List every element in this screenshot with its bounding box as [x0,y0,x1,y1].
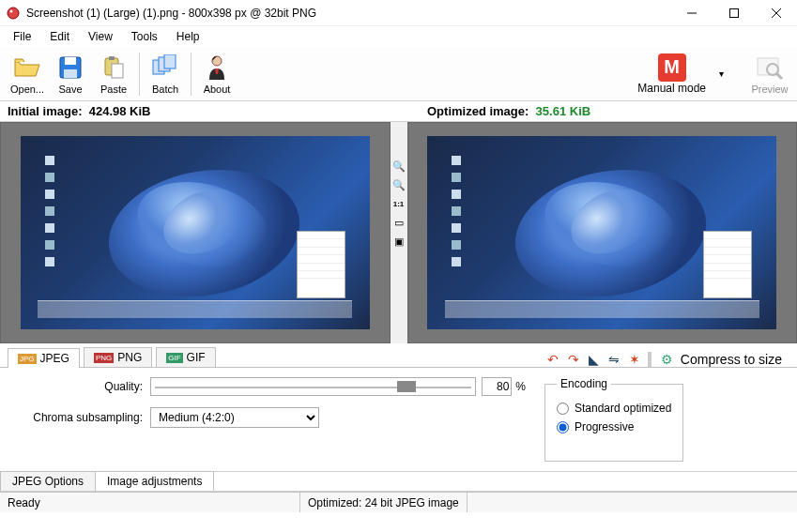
tab-gif[interactable]: GIF GIF [156,347,215,367]
fit-screen-button[interactable]: ▣ [392,235,406,248]
person-icon [203,53,231,82]
paste-button[interactable]: Paste [92,52,135,97]
menu-tools[interactable]: Tools [122,28,167,45]
initial-image-view[interactable] [0,122,391,343]
svg-rect-3 [729,8,738,17]
quality-slider[interactable] [150,377,476,396]
minimize-button[interactable] [670,0,713,26]
svg-rect-8 [64,69,77,78]
menu-file[interactable]: File [4,28,40,45]
svg-point-0 [8,8,19,19]
gif-icon: GIF [166,353,182,363]
open-button[interactable]: Open... [6,52,49,97]
manual-mode-icon: M [658,53,686,82]
initial-image-label: Initial image: [8,104,82,118]
svg-line-18 [776,73,782,79]
fit-width-button[interactable]: ▭ [392,216,406,229]
svg-rect-10 [109,56,115,60]
encoding-group: Encoding Standard optimized Progressive [544,377,683,462]
batch-icon [151,53,179,82]
floppy-disk-icon [56,53,84,82]
redo-button[interactable]: ↷ [566,352,581,367]
zoom-in-button[interactable]: 🔍 [392,160,406,173]
folder-open-icon [13,53,41,82]
optimized-image-size: 35.61 KiB [536,104,591,118]
menu-help[interactable]: Help [167,28,209,45]
undo-button[interactable]: ↶ [545,352,560,367]
compress-to-size-button[interactable]: ⚙ Compress to size [657,352,786,367]
chroma-select[interactable]: Medium (4:2:0) [150,407,319,428]
jpeg-icon: JPG [18,354,37,364]
quality-input[interactable] [482,377,512,396]
save-button[interactable]: Save [49,52,92,97]
magnifier-icon [756,53,784,82]
about-button[interactable]: About [195,52,238,97]
tab-png[interactable]: PNG PNG [84,347,152,367]
bottom-tab-jpeg-options[interactable]: JPEG Options [0,471,96,491]
close-button[interactable] [755,0,797,26]
menu-view[interactable]: View [79,28,122,45]
initial-image-size: 424.98 KiB [89,104,151,118]
optimized-image-view[interactable] [407,122,798,343]
maximize-button[interactable] [713,0,755,26]
clipboard-paste-icon [100,53,128,82]
bottom-tab-image-adjustments[interactable]: Image adjustments [95,471,214,491]
status-ready: Ready [0,493,300,512]
optimized-image-label: Optimized image: [427,104,529,118]
app-icon [6,6,21,21]
mode-button[interactable]: M Manual mode [634,52,710,97]
zoom-1to1-button[interactable]: 1:1 [392,197,406,210]
chroma-label: Chroma subsampling: [19,411,150,424]
zoom-tools: 🔍 🔍 1:1 ▭ ▣ [391,122,407,343]
svg-rect-7 [65,57,76,65]
svg-rect-14 [164,54,176,68]
menu-edit[interactable]: Edit [40,28,79,45]
png-icon: PNG [94,353,114,363]
tab-jpeg[interactable]: JPG JPEG [8,348,80,368]
flip-horizontal-button[interactable]: ⇋ [606,352,621,367]
crop-button[interactable]: ✶ [627,352,642,367]
svg-point-1 [10,9,13,12]
encoding-standard-radio[interactable] [557,403,569,415]
status-optimized: Optimized: 24 bit JPEG image [300,493,467,512]
window-title: Screenshot (1) (Large) (1).png - 800x398… [26,7,670,20]
batch-button[interactable]: Batch [144,52,187,97]
svg-rect-11 [112,64,123,78]
rotate-button[interactable]: ◣ [587,352,601,367]
quality-label: Quality: [19,380,150,393]
preview-button[interactable]: Preview [748,52,791,97]
encoding-progressive-radio[interactable] [557,421,569,433]
mode-dropdown[interactable]: ▾ [713,68,729,79]
zoom-out-button[interactable]: 🔍 [392,178,406,191]
gear-icon: ⚙ [659,352,675,367]
